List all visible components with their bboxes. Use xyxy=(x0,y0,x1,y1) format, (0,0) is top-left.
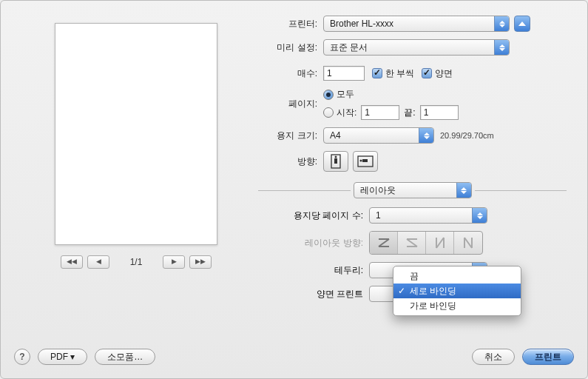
popup-item-long-edge[interactable]: ✓ 세로 바인딩 xyxy=(393,284,521,298)
section-value: 레이아웃 xyxy=(360,184,396,197)
paper-size-select[interactable]: A4 xyxy=(323,127,434,144)
preview-column: ◀◀ ◀ 1/1 ▶ ▶▶ xyxy=(21,16,251,309)
section-select[interactable]: 레이아웃 xyxy=(354,182,472,198)
pages-all-radio[interactable]: 모두 xyxy=(323,88,459,101)
collated-label: 한 부씩 xyxy=(385,67,414,80)
preset-label: 미리 설정: xyxy=(258,41,323,54)
pages-range-radio[interactable]: 시작: xyxy=(323,107,356,119)
last-page-button[interactable]: ▶▶ xyxy=(189,255,212,269)
pages-from-input[interactable] xyxy=(361,105,399,120)
copies-input[interactable] xyxy=(323,66,365,81)
radio-icon xyxy=(323,107,334,118)
select-arrows-icon xyxy=(456,183,471,198)
popup-item-short-edge[interactable]: 가로 바인딩 xyxy=(393,298,521,313)
n-pattern-icon xyxy=(433,235,447,250)
pages-per-sheet-value: 1 xyxy=(376,210,381,221)
select-arrows-icon xyxy=(419,128,433,143)
preview-page xyxy=(55,23,217,245)
popup-item-label: 가로 바인딩 xyxy=(410,300,456,312)
orientation-portrait-button[interactable] xyxy=(323,151,348,172)
z-pattern-icon xyxy=(376,235,391,250)
preset-select[interactable]: 표준 문서 xyxy=(323,39,510,56)
svg-point-2 xyxy=(335,156,337,158)
prev-page-button[interactable]: ◀ xyxy=(87,255,109,269)
checkmark-icon: ✓ xyxy=(398,286,405,296)
portrait-icon xyxy=(329,154,342,169)
landscape-icon xyxy=(357,155,374,168)
layout-direction-4[interactable] xyxy=(454,232,482,254)
pdf-button[interactable]: PDF ▾ xyxy=(38,349,87,365)
border-label: 테두리: xyxy=(258,264,369,277)
preview-navigation: ◀◀ ◀ 1/1 ▶ ▶▶ xyxy=(61,255,212,269)
select-arrows-icon xyxy=(494,40,509,55)
next-page-button[interactable]: ▶ xyxy=(163,255,185,269)
radio-icon xyxy=(323,90,334,100)
layout-direction-2[interactable] xyxy=(398,232,426,254)
svg-point-5 xyxy=(360,160,362,162)
layout-direction-1[interactable] xyxy=(370,232,398,254)
pages-per-sheet-select[interactable]: 1 xyxy=(369,207,487,224)
checkbox-icon xyxy=(422,68,432,78)
cancel-button[interactable]: 취소 xyxy=(472,349,515,365)
print-button[interactable]: 프린트 xyxy=(522,349,574,365)
paper-size-value: A4 xyxy=(330,130,341,141)
two-sided-checkbox[interactable]: 양면 xyxy=(422,67,453,80)
popup-item-off[interactable]: 끔 xyxy=(393,269,521,284)
paper-dimensions: 20.99/29.70cm xyxy=(440,131,494,140)
pages-to-label: 끝: xyxy=(404,107,415,119)
svg-rect-4 xyxy=(362,159,368,162)
first-page-button[interactable]: ◀◀ xyxy=(61,255,83,269)
layout-direction-3[interactable] xyxy=(426,232,454,254)
s-pattern-icon xyxy=(405,235,419,250)
printer-label: 프린터: xyxy=(258,18,323,30)
paper-size-label: 용지 크기: xyxy=(258,130,323,142)
printer-select[interactable]: Brother HL-xxxx xyxy=(323,16,510,32)
popup-item-label: 세로 바인딩 xyxy=(410,285,456,298)
section-separator: 레이아웃 xyxy=(258,182,567,198)
checkbox-icon xyxy=(372,68,382,78)
select-arrows-icon xyxy=(472,208,487,223)
copies-label: 매수: xyxy=(258,67,323,80)
border-value xyxy=(376,265,378,275)
layout-direction-label: 레이아웃 방향: xyxy=(258,237,369,249)
preset-value: 표준 문서 xyxy=(330,41,368,54)
reverse-n-pattern-icon xyxy=(461,235,476,250)
pages-all-label: 모두 xyxy=(337,88,354,101)
print-dialog: ◀◀ ◀ 1/1 ▶ ▶▶ 프린터: Brother HL-xxxx 미리 설정… xyxy=(0,0,588,379)
orientation-landscape-button[interactable] xyxy=(353,151,378,172)
duplex-print-label: 양면 프린트 xyxy=(258,288,369,301)
collated-checkbox[interactable]: 한 부씩 xyxy=(372,67,414,80)
supplies-button[interactable]: 소모품… xyxy=(95,349,155,365)
orientation-label: 방향: xyxy=(258,155,323,168)
select-arrows-icon xyxy=(494,16,509,31)
help-button[interactable]: ? xyxy=(14,349,30,365)
duplex-print-value xyxy=(376,289,378,299)
popup-item-label: 끔 xyxy=(410,270,419,283)
expand-toggle-button[interactable] xyxy=(514,16,530,32)
pages-to-input[interactable] xyxy=(420,105,459,120)
pages-from-label: 시작: xyxy=(337,107,356,119)
pages-label: 페이지: xyxy=(258,98,323,110)
two-sided-label: 양면 xyxy=(435,67,453,80)
duplex-popup-menu: 끔 ✓ 세로 바인딩 가로 바인딩 xyxy=(393,266,521,316)
printer-value: Brother HL-xxxx xyxy=(330,19,393,29)
bottom-bar: ? PDF ▾ 소모품… 취소 프린트 xyxy=(14,349,574,365)
page-indicator: 1/1 xyxy=(121,257,151,267)
pages-per-sheet-label: 용지당 페이지 수: xyxy=(258,209,369,222)
svg-rect-1 xyxy=(334,158,337,164)
layout-direction-group xyxy=(369,231,483,255)
